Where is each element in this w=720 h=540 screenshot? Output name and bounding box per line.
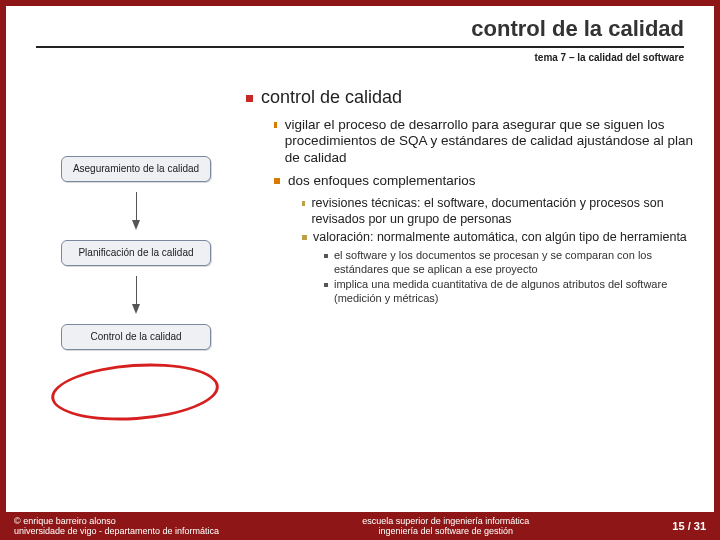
page-title: control de la calidad xyxy=(6,6,714,46)
footer: © enrique barreiro alonso universidade d… xyxy=(0,512,720,540)
bullet-text: implica una medida cuantitativa de de al… xyxy=(334,278,694,306)
bullet-level2: dos enfoques complementarios xyxy=(274,173,694,190)
bullet-text: el software y los documentos se procesan… xyxy=(334,249,694,277)
connector-line xyxy=(136,276,137,304)
bullet-icon xyxy=(324,254,328,258)
bullet-icon xyxy=(274,178,280,184)
bullet-level4: el software y los documentos se procesan… xyxy=(324,249,694,277)
bullet-text: control de calidad xyxy=(261,87,402,107)
footer-left: © enrique barreiro alonso universidade d… xyxy=(14,516,219,537)
footer-center: escuela superior de ingeniería informáti… xyxy=(219,516,672,537)
bullet-text: revisiones técnicas: el software, docume… xyxy=(311,196,694,227)
slide: control de la calidad tema 7 – la calida… xyxy=(6,6,714,512)
bullet-level1: control de calidad xyxy=(246,86,694,109)
bullet-level3: valoración: normalmente automática, con … xyxy=(302,230,694,246)
content-area: control de calidad vigilar el proceso de… xyxy=(246,86,694,308)
diagram-box: Control de la calidad xyxy=(61,324,211,350)
bullet-icon xyxy=(324,283,328,287)
bullet-text: vigilar el proceso de desarrollo para as… xyxy=(285,117,694,168)
page-subtitle: tema 7 – la calidad del software xyxy=(6,48,714,63)
bullet-text: dos enfoques complementarios xyxy=(288,173,476,190)
footer-author: © enrique barreiro alonso xyxy=(14,516,219,526)
bullet-level2: vigilar el proceso de desarrollo para as… xyxy=(274,117,694,168)
connector-line xyxy=(136,192,137,220)
bullet-level3: revisiones técnicas: el software, docume… xyxy=(302,196,694,227)
bullet-icon xyxy=(302,235,307,240)
bullet-icon xyxy=(302,201,305,206)
arrow-down-icon xyxy=(132,220,140,230)
highlight-circle xyxy=(49,358,220,426)
diagram-box: Aseguramiento de la calidad xyxy=(61,156,211,182)
diagram-box: Planificación de la calidad xyxy=(61,240,211,266)
bullet-text: valoración: normalmente automática, con … xyxy=(313,230,687,246)
footer-program: ingeniería del software de gestión xyxy=(219,526,672,536)
footer-school: escuela superior de ingeniería informáti… xyxy=(219,516,672,526)
arrow-down-icon xyxy=(132,304,140,314)
flow-diagram: Aseguramiento de la calidad Planificació… xyxy=(46,156,226,360)
footer-affiliation: universidade de vigo - departamento de i… xyxy=(14,526,219,536)
bullet-icon xyxy=(274,122,277,128)
bullet-icon xyxy=(246,95,253,102)
page-number: 15 / 31 xyxy=(672,520,706,532)
bullet-level4: implica una medida cuantitativa de de al… xyxy=(324,278,694,306)
